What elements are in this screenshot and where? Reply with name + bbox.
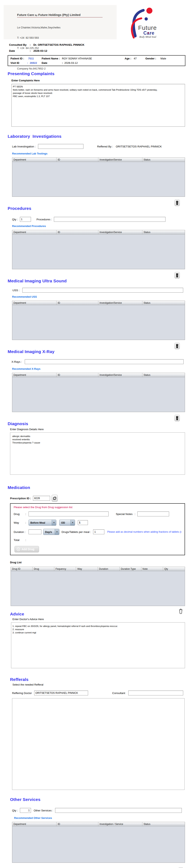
other-services-table: Department ID Investigation / Service St… bbox=[12, 822, 185, 863]
prescription-id-input[interactable] bbox=[33, 496, 50, 501]
clinic-logo: Future Care♥ Body Mind Soul bbox=[117, 5, 177, 39]
plus-icon: + bbox=[17, 548, 20, 551]
total-row: Total : bbox=[14, 538, 181, 541]
xray-delete-row bbox=[0, 415, 187, 421]
lab-testings-table: Department ID Investigation/Service Stat… bbox=[12, 157, 185, 197]
drug-list-table: Drug ID Drug Fequency Way Duration Durat… bbox=[11, 567, 185, 606]
clinic-title-rest: Future Holdings (Pty) Limited bbox=[37, 13, 80, 17]
uss-input[interactable] bbox=[22, 288, 183, 292]
logo-tagline: Body Mind Soul bbox=[139, 35, 156, 38]
way-qty-input[interactable] bbox=[78, 520, 88, 525]
other-services-input[interactable] bbox=[55, 808, 182, 813]
patient-id-value: 7511 bbox=[28, 57, 34, 60]
diagnosis-heading: Diagnosis bbox=[8, 421, 187, 426]
patient-name-value: ROY SONNY ATHANASE bbox=[62, 57, 92, 60]
way-select[interactable]: Before Meal ▼ bbox=[29, 520, 56, 526]
consultant-input[interactable] bbox=[128, 690, 183, 695]
advice-textarea[interactable]: 1. repeat FBC on 30/3/26, for allergy pa… bbox=[11, 622, 185, 668]
special-notes-input[interactable] bbox=[137, 512, 169, 516]
consultant-label: Consultant bbox=[112, 691, 125, 694]
column-header-investigation: Investigation/Service bbox=[98, 301, 142, 305]
procedures-field-row: Qty : Procedures : bbox=[12, 217, 187, 222]
complaints-textarea[interactable]: PT SEEN feels better, rash on forearms a… bbox=[11, 84, 185, 127]
xray-heading: Medical Imaging X-Ray bbox=[8, 349, 187, 354]
lab-investigation-input[interactable] bbox=[38, 144, 83, 149]
patient-gender-value: Male bbox=[160, 57, 166, 60]
clinic-info: Future Care by Future Holdings (Pty) Lim… bbox=[17, 13, 103, 77]
laboratory-investigations-heading: Laboratory Investigations bbox=[8, 134, 187, 139]
drug-list-label: Drug List bbox=[10, 561, 187, 564]
clinic-header: Future Care by Future Holdings (Pty) Lim… bbox=[4, 5, 167, 39]
complaints-label: Enter Complaints Here bbox=[11, 79, 187, 82]
trash-icon bbox=[175, 273, 179, 278]
procedures-delete-row bbox=[0, 272, 187, 279]
clinic-phone-2: T: +24 84 225 252 bbox=[17, 46, 103, 50]
uss-field-row: USS : bbox=[12, 288, 187, 292]
diagnosis-label: Enter Diagnosis Details Here bbox=[10, 428, 187, 431]
patient-info-box: Patient ID : 7511 Patient Name : ROY SON… bbox=[8, 55, 185, 66]
clinic-title-main: Future Care bbox=[17, 13, 35, 17]
duration-type-select[interactable]: Day/s ▼ bbox=[43, 529, 59, 535]
column-header-drug: Drug bbox=[33, 567, 54, 571]
column-header-investigation: Investigation/Service bbox=[98, 373, 142, 377]
clinic-phone-1: T: +24 82 593 593 bbox=[17, 36, 103, 39]
lab-delete-row bbox=[0, 199, 187, 206]
procedures-table-header: Department ID Investigation/Service Stat… bbox=[12, 230, 185, 235]
frequency-select[interactable]: OD ▼ bbox=[59, 520, 75, 526]
column-header-id: ID bbox=[57, 822, 98, 826]
other-services-row: Qty : Other Services : bbox=[12, 808, 187, 813]
chevron-down-icon: ▼ bbox=[52, 520, 56, 525]
delete-xray-selection-button[interactable] bbox=[175, 415, 180, 421]
ultrasound-heading: Medical Imaging Ultra Sound bbox=[8, 279, 187, 283]
other-table-body bbox=[12, 826, 185, 863]
chevron-down-icon: ▼ bbox=[70, 520, 75, 525]
referred-by-label: Reffered By : bbox=[97, 145, 113, 148]
drug-input[interactable] bbox=[29, 512, 109, 516]
drug-table-header: Drug ID Drug Fequency Way Duration Durat… bbox=[11, 567, 185, 571]
delete-uss-selection-button[interactable] bbox=[175, 343, 180, 349]
column-header-investigation: Investigation / Service bbox=[98, 822, 142, 826]
procedures-input[interactable] bbox=[54, 217, 165, 222]
clinic-title: Future Care by Future Holdings (Pty) Lim… bbox=[17, 13, 103, 18]
way-label: Way bbox=[14, 521, 25, 524]
column-header-department: Department bbox=[12, 158, 57, 162]
column-header-duration: Duration bbox=[98, 567, 120, 571]
refresh-prescription-button[interactable] bbox=[52, 495, 58, 502]
per-meal-label: Drugs/Tablets per meal : bbox=[62, 530, 91, 533]
diagnosis-textarea[interactable]: allergic dermatitis resolved enteritis T… bbox=[10, 432, 185, 475]
delete-drug-button[interactable] bbox=[178, 608, 183, 615]
drug-colon: : bbox=[25, 513, 29, 516]
clinic-title-by: by bbox=[35, 14, 37, 16]
visit-id-colon: : bbox=[27, 61, 28, 64]
advice-label: Enter Doctor's Advice Here bbox=[12, 618, 187, 621]
reffering-doctor-input[interactable] bbox=[34, 690, 88, 695]
duration-input[interactable] bbox=[29, 529, 41, 534]
duration-row: Duration : Day/s ▼ Drugs/Tablets per mea… bbox=[14, 529, 181, 535]
trash-icon bbox=[175, 416, 179, 421]
trash-icon bbox=[175, 200, 179, 205]
other-qty-input[interactable] bbox=[20, 808, 31, 813]
drug-suggestion-warning: Please select the Drug from Drug suggess… bbox=[14, 506, 181, 509]
procedures-table-body bbox=[12, 235, 185, 269]
patient-id-label: Patient ID : bbox=[10, 57, 24, 60]
total-label: Total bbox=[14, 538, 25, 541]
procedures-qty-label: Qty : bbox=[12, 218, 18, 221]
clinic-company-no: Company No.8417652-2 bbox=[17, 67, 103, 70]
uss-table-body bbox=[12, 305, 185, 340]
add-drug-button[interactable]: + Add Drug bbox=[14, 546, 39, 552]
column-header-investigation: Investigation/Service bbox=[98, 158, 142, 162]
visit-date-label: Date bbox=[42, 61, 47, 64]
column-header-frequency: Fequency bbox=[54, 567, 76, 571]
delete-procedures-selection-button[interactable] bbox=[175, 272, 180, 279]
advice-heading: Advice bbox=[10, 612, 187, 616]
column-header-note: Note bbox=[141, 567, 163, 571]
xray-input[interactable] bbox=[25, 359, 184, 364]
lab-table-body bbox=[12, 162, 185, 196]
delete-lab-selection-button[interactable] bbox=[175, 199, 180, 206]
visit-date-value: 2026-03-12 bbox=[64, 61, 78, 64]
chevron-down-icon: ▼ bbox=[55, 529, 59, 535]
per-meal-input[interactable] bbox=[93, 529, 104, 534]
xray-label: X-Rays : bbox=[11, 360, 22, 363]
column-header-id: ID bbox=[57, 230, 98, 234]
procedures-qty-input[interactable] bbox=[20, 217, 31, 222]
